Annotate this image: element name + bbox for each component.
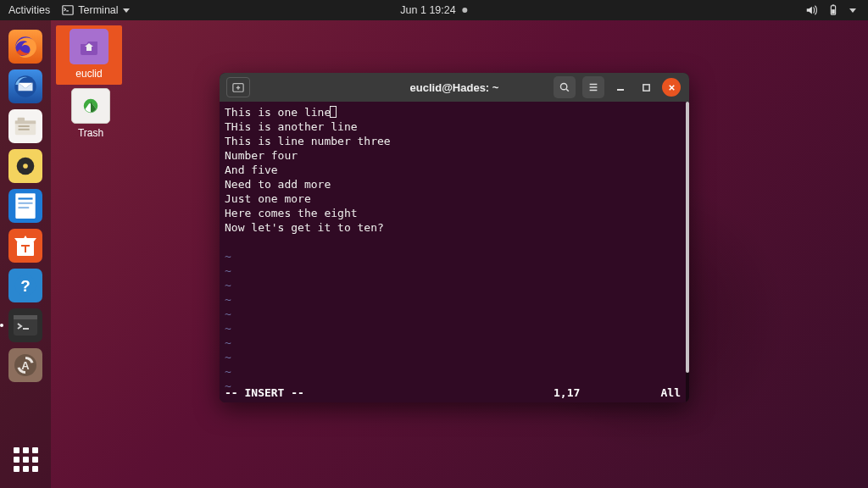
terminal-line: Just one more xyxy=(225,191,681,206)
search-button[interactable] xyxy=(554,76,576,98)
vim-empty-line: ~ xyxy=(225,364,681,379)
vim-cursor-position: 1,17 xyxy=(554,385,647,400)
terminal-app-icon xyxy=(62,4,74,16)
scrollbar-track[interactable] xyxy=(686,102,689,402)
minimize-icon xyxy=(615,82,626,92)
svg-rect-16 xyxy=(19,197,33,199)
dock-terminal[interactable] xyxy=(7,307,44,344)
close-button[interactable] xyxy=(662,78,681,97)
vim-empty-line: ~ xyxy=(225,336,681,350)
svg-rect-23 xyxy=(14,315,37,319)
trash-icon xyxy=(71,88,110,124)
terminal-line: This is one line xyxy=(225,105,681,119)
dock-help[interactable]: ? xyxy=(7,267,44,304)
vim-empty-line: ~ xyxy=(225,263,681,278)
new-tab-button[interactable] xyxy=(226,77,250,97)
close-icon xyxy=(667,83,676,92)
dock-writer[interactable] xyxy=(7,187,44,225)
terminal-line: Here comes the eight xyxy=(225,206,681,220)
dock-updater[interactable]: A xyxy=(7,347,44,384)
menu-button[interactable] xyxy=(582,76,604,98)
window-title: euclid@Hades: ~ xyxy=(410,81,499,94)
dock-firefox[interactable] xyxy=(7,28,44,65)
desktop-home-folder[interactable]: euclid xyxy=(56,25,122,85)
terminal-line: This is line number three xyxy=(225,134,681,148)
volume-icon xyxy=(805,4,817,16)
hamburger-icon xyxy=(587,81,599,93)
app-menu-label: Terminal xyxy=(78,4,118,16)
scrollbar-thumb[interactable] xyxy=(686,102,689,373)
vim-scroll-percent: All xyxy=(647,385,681,400)
system-status-area[interactable] xyxy=(805,4,868,16)
svg-point-13 xyxy=(23,164,28,169)
svg-text:A: A xyxy=(21,359,30,372)
terminal-line: Need to add more xyxy=(225,177,681,191)
minimize-button[interactable] xyxy=(611,78,630,97)
dock-files[interactable] xyxy=(7,108,44,145)
svg-rect-28 xyxy=(643,84,648,90)
dock-thunderbird[interactable] xyxy=(7,68,44,105)
desktop-icon-label: euclid xyxy=(75,68,102,80)
vim-empty-line: ~ xyxy=(225,249,681,263)
maximize-button[interactable] xyxy=(637,78,655,97)
files-icon xyxy=(8,109,42,143)
svg-rect-14 xyxy=(14,192,36,219)
chevron-down-icon xyxy=(123,8,130,13)
vim-empty-line: ~ xyxy=(225,278,681,292)
svg-rect-17 xyxy=(19,202,33,204)
notification-indicator-icon xyxy=(463,8,468,13)
terminal-line xyxy=(225,235,681,249)
svg-rect-3 xyxy=(832,9,835,14)
titlebar[interactable]: euclid@Hades: ~ xyxy=(220,73,689,102)
help-icon: ? xyxy=(8,269,42,302)
vim-empty-line: ~ xyxy=(225,292,681,307)
maximize-icon xyxy=(642,83,651,92)
chevron-down-icon xyxy=(849,8,856,13)
svg-point-27 xyxy=(560,83,566,89)
desktop-icon-label: Trash xyxy=(78,127,103,139)
dock-software[interactable] xyxy=(7,227,44,264)
terminal-line: Now let's get it to ten? xyxy=(225,220,681,235)
vim-status-line: -- INSERT -- 1,17 All xyxy=(225,385,681,400)
terminal-line: And five xyxy=(225,163,681,177)
top-bar: Activities Terminal Jun 1 19:24 xyxy=(0,0,868,20)
svg-rect-2 xyxy=(832,4,835,5)
software-icon xyxy=(8,229,42,263)
search-icon xyxy=(559,81,570,93)
rhythmbox-icon xyxy=(8,149,42,183)
new-tab-icon xyxy=(232,81,244,93)
thunderbird-icon xyxy=(8,69,42,103)
writer-icon xyxy=(8,189,42,223)
battery-icon xyxy=(827,4,839,16)
vim-mode: -- INSERT -- xyxy=(225,385,304,400)
activities-button[interactable]: Activities xyxy=(8,4,50,16)
vim-empty-line: ~ xyxy=(225,350,681,364)
app-menu[interactable]: Terminal xyxy=(62,4,129,16)
home-folder-icon xyxy=(70,29,108,64)
desktop-trash[interactable]: Trash xyxy=(58,88,124,139)
vim-empty-line: ~ xyxy=(225,321,681,336)
show-applications-button[interactable] xyxy=(7,441,44,478)
terminal-line: Number four xyxy=(225,148,681,163)
updater-icon: A xyxy=(8,348,42,382)
apps-grid-icon xyxy=(14,447,38,472)
svg-rect-18 xyxy=(19,207,30,208)
dock-rhythmbox[interactable] xyxy=(7,147,44,185)
terminal-icon xyxy=(8,308,42,342)
svg-text:?: ? xyxy=(20,277,30,295)
cursor xyxy=(330,106,337,118)
firefox-icon xyxy=(8,30,42,64)
svg-rect-8 xyxy=(18,118,25,122)
vim-empty-line: ~ xyxy=(225,307,681,321)
terminal-window: euclid@Hades: ~ This is one lineTHis is … xyxy=(220,73,689,402)
terminal-line: THis is another line xyxy=(225,119,681,134)
dock: ?A xyxy=(0,20,51,488)
clock[interactable]: Jun 1 19:24 xyxy=(400,4,455,16)
svg-rect-9 xyxy=(19,125,30,127)
svg-rect-10 xyxy=(19,129,30,130)
terminal-viewport[interactable]: This is one lineTHis is another lineThis… xyxy=(220,102,686,402)
